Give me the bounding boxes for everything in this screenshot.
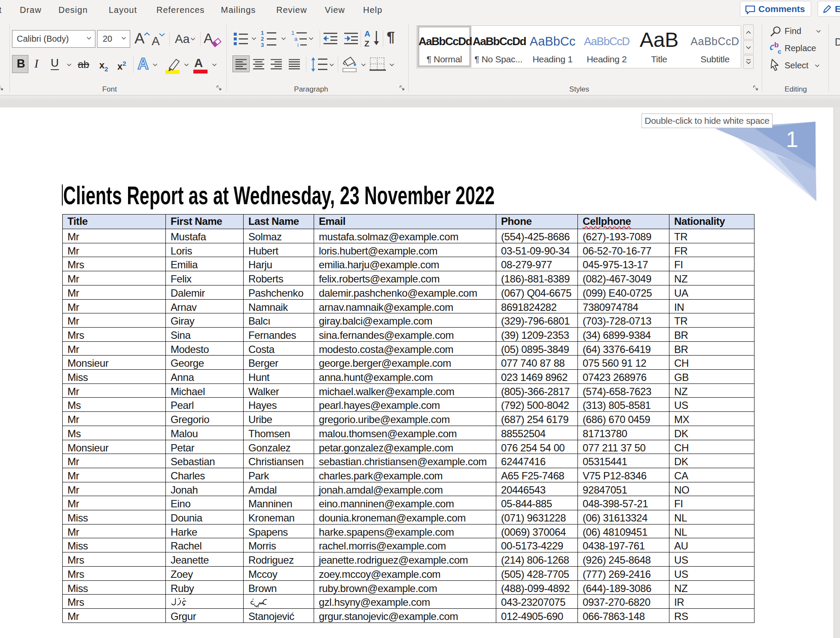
svg-text:Z: Z — [364, 39, 370, 47]
svg-text:c: c — [778, 48, 781, 55]
svg-text:1: 1 — [786, 127, 798, 152]
svg-text:1: 1 — [261, 30, 264, 36]
svg-text:2: 2 — [261, 36, 264, 42]
svg-text:A: A — [364, 29, 370, 38]
svg-text:1: 1 — [291, 30, 294, 36]
svg-text:i: i — [297, 42, 299, 47]
svg-text:3: 3 — [261, 42, 264, 47]
svg-text:a: a — [294, 36, 298, 42]
